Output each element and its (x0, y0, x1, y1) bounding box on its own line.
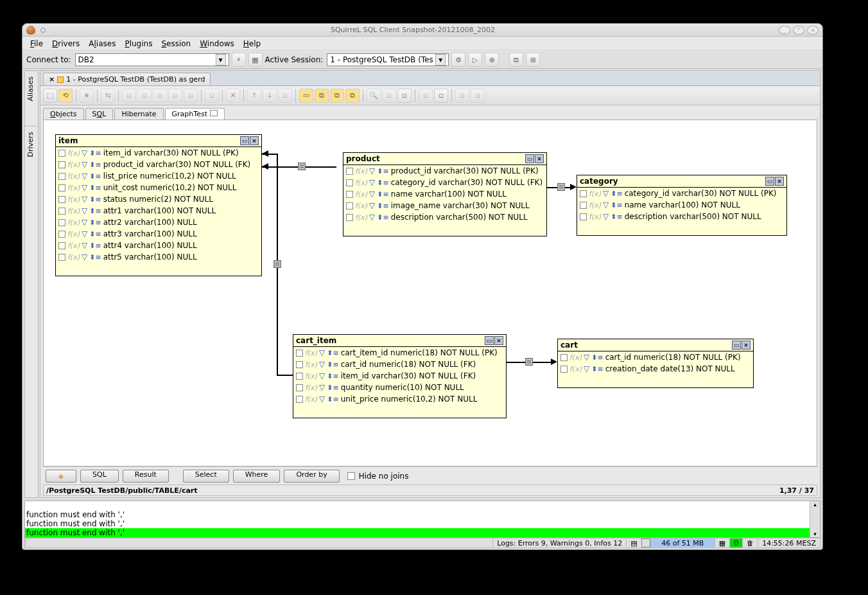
filter-icon[interactable]: ▽ (584, 364, 589, 373)
filter-icon[interactable]: ▽ (82, 241, 87, 250)
fx-icon[interactable]: f(x) (67, 242, 80, 250)
sidetab-aliases[interactable]: Aliases (25, 71, 38, 107)
tb-icon[interactable]: ▭ (299, 89, 313, 103)
tab-graphtest[interactable]: GraphTest (165, 108, 225, 120)
fx-icon[interactable]: f(x) (305, 360, 317, 369)
hide-joins-checkbox[interactable] (347, 472, 355, 480)
column-row[interactable]: f(x)▽⬍≡creation_date date(13) NOT NULL (558, 363, 753, 375)
tab-hibernate[interactable]: Hibernate (114, 108, 163, 120)
fx-icon[interactable]: f(x) (67, 184, 80, 192)
status-icon[interactable] (641, 538, 650, 547)
column-row[interactable]: f(x)▽⬍≡attr5 varchar(100) NULL (56, 251, 261, 263)
table-window-icon[interactable]: ▭ (525, 154, 534, 163)
tb-icon[interactable]: ⧉ (315, 89, 329, 103)
table-close-icon[interactable]: × (775, 177, 784, 186)
select-button[interactable]: Select (183, 470, 229, 483)
view-icon[interactable]: ⬚ (43, 89, 57, 103)
scroll-down-icon[interactable]: ▾ (813, 531, 817, 537)
fx-icon[interactable]: f(x) (589, 190, 601, 198)
filter-icon[interactable]: ▽ (82, 253, 87, 262)
sort-icon[interactable]: ⬍≡ (327, 349, 338, 357)
orderby-button[interactable]: Order by (284, 470, 339, 483)
menu-help[interactable]: Help (239, 38, 265, 49)
column-row[interactable]: f(x)▽⬍≡quantity numeric(10) NOT NULL (293, 382, 506, 393)
gear-icon[interactable]: ⚙ (451, 53, 465, 67)
menu-drivers[interactable]: Drivers (48, 38, 83, 49)
active-session-combo[interactable]: 1 - PostgreSQL TestDB (Tes...▾ (327, 53, 449, 66)
fx-icon[interactable]: f(x) (569, 353, 582, 362)
checkbox[interactable] (58, 161, 65, 168)
column-row[interactable]: f(x)▽⬍≡image_name varchar(30) NOT NULL (343, 200, 546, 211)
connector-handle[interactable] (273, 260, 281, 268)
filter-icon[interactable]: ▽ (369, 166, 375, 175)
checkbox[interactable] (296, 373, 303, 380)
column-row[interactable]: f(x)▽⬍≡unit_cost numeric(10,2) NOT NULL (56, 182, 261, 193)
tb-icon[interactable]: ▫ (434, 89, 448, 103)
table-cart-item[interactable]: cart_item ▭× f(x)▽⬍≡cart_item_id numeric… (293, 334, 507, 418)
checkbox[interactable] (580, 190, 587, 197)
close-icon[interactable]: × (49, 75, 55, 84)
connector-handle[interactable] (298, 163, 306, 170)
column-row[interactable]: f(x)▽⬍≡attr4 varchar(100) NULL (56, 240, 261, 251)
trash-icon[interactable]: 🗑 (742, 538, 758, 547)
scrollbar[interactable]: ▴▾ (810, 501, 820, 537)
filter-icon[interactable]: ▽ (603, 200, 609, 209)
tb-icon[interactable]: ▫ (397, 89, 412, 103)
filter-icon[interactable]: ▽ (82, 206, 87, 215)
table-window-icon[interactable]: ▭ (732, 341, 741, 350)
result-button[interactable]: Result (123, 470, 169, 483)
fx-icon[interactable]: f(x) (67, 207, 80, 215)
tab-objects[interactable]: Objects (43, 108, 84, 120)
checkbox[interactable] (296, 350, 303, 357)
filter-icon[interactable]: ▽ (82, 218, 87, 227)
new-session-icon[interactable]: ▦ (248, 53, 263, 67)
column-row[interactable]: f(x)▽⬍≡description varchar(500) NOT NULL (343, 211, 546, 223)
connector-handle[interactable] (557, 183, 565, 191)
table-window-icon[interactable]: ▭ (765, 177, 774, 186)
filter-icon[interactable]: ▽ (82, 229, 87, 238)
fx-icon[interactable]: f(x) (305, 349, 317, 357)
chevron-down-icon[interactable]: ▾ (435, 54, 446, 66)
sidetab-drivers[interactable]: Drivers (25, 126, 38, 163)
up-folder-button[interactable] (46, 470, 76, 483)
checkbox[interactable] (346, 179, 353, 186)
filter-icon[interactable]: ▽ (369, 201, 375, 210)
column-row[interactable]: f(x)▽⬍≡cart_item_id numeric(18) NOT NULL… (293, 347, 506, 359)
checkbox[interactable] (580, 213, 587, 220)
fx-icon[interactable]: f(x) (67, 230, 80, 238)
filter-icon[interactable]: ▽ (603, 212, 609, 221)
titlebar-dot[interactable] (40, 28, 46, 33)
sort-icon[interactable]: ⬍≡ (611, 213, 622, 221)
sort-icon[interactable]: ⬍≡ (611, 201, 622, 209)
filter-icon[interactable]: ▽ (369, 213, 375, 222)
table-window-icon[interactable]: ▭ (485, 336, 494, 345)
cascade-icon[interactable]: ⧉ (509, 53, 523, 67)
where-button[interactable]: Where (233, 470, 281, 483)
connect-to-combo[interactable]: DB2▾ (75, 53, 229, 66)
fx-icon[interactable]: f(x) (67, 195, 80, 204)
checkbox[interactable] (346, 191, 353, 198)
filter-icon[interactable]: ▽ (82, 148, 87, 157)
filter-icon[interactable]: ▽ (82, 172, 87, 181)
fx-icon[interactable]: f(x) (67, 253, 80, 262)
chevron-down-icon[interactable]: ▾ (216, 54, 226, 66)
fx-icon[interactable]: f(x) (355, 213, 367, 222)
filter-icon[interactable]: ▽ (319, 395, 325, 404)
checkbox[interactable] (58, 254, 65, 261)
filter-icon[interactable]: ▽ (319, 348, 325, 357)
fx-icon[interactable]: f(x) (305, 384, 317, 392)
column-row[interactable]: f(x)▽⬍≡item_id varchar(30) NOT NULL (PK) (56, 147, 261, 159)
table-close-icon[interactable]: × (535, 154, 544, 163)
checkbox[interactable] (58, 184, 65, 191)
menu-session[interactable]: Session (157, 38, 195, 49)
checkbox[interactable] (58, 231, 65, 238)
filter-icon[interactable]: ▽ (369, 178, 375, 187)
column-row[interactable]: f(x)▽⬍≡list_price numeric(10,2) NOT NULL (56, 170, 261, 182)
filter-icon[interactable]: ▽ (319, 383, 325, 392)
maximize-button[interactable]: ^ (793, 26, 804, 35)
sort-icon[interactable]: ⬍≡ (327, 360, 338, 369)
column-row[interactable]: f(x)▽⬍≡product_id varchar(30) NOT NULL (… (343, 165, 546, 177)
sql-button[interactable]: SQL (80, 470, 119, 483)
menu-aliases[interactable]: Aliases (85, 38, 119, 49)
column-row[interactable]: f(x)▽⬍≡cart_id numeric(18) NOT NULL (PK) (558, 351, 753, 363)
